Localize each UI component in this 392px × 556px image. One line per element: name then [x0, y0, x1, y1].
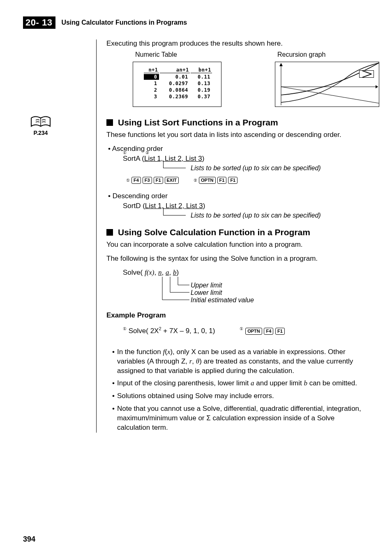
sort-a-keyword: SortA ( [123, 155, 144, 162]
intro-text: Executing this program produces the resu… [106, 39, 369, 48]
section-title: Using Calculator Functions in Programs [61, 19, 187, 26]
table-cell: 2 [144, 87, 159, 93]
table-cell: 0.0297 [160, 81, 190, 86]
graph-legend-marker-icon [359, 70, 374, 78]
calc-key: F1 [275, 328, 285, 335]
calculator-numeric-screen: n+1 an+1 bn+1 0 0.01 0.11 1 0.0297 0.13 [133, 62, 221, 107]
solve-syntax-block: Solve( f(x), n, a, b) Upper limit Lower … [123, 269, 369, 277]
note-item: •Note that you cannot use a Solve, diffe… [108, 404, 369, 433]
sort-list-args: List 1, List 2, List 3 [145, 202, 203, 210]
recursion-graph-label: Recursion graph [277, 51, 379, 58]
calc-key: F4 [131, 177, 141, 184]
table-cell: 0.01 [160, 74, 190, 80]
annotation-text: Lists to be sorted (up to six can be spe… [191, 164, 321, 171]
sort-d-keyword: SortD ( [123, 202, 145, 210]
close-paren: ) [203, 202, 205, 210]
note-text: Solutions obtained using Solve may inclu… [117, 392, 274, 401]
table-cell: 3 [144, 94, 159, 100]
table-cell: 0.19 [191, 87, 212, 93]
heading-text: Using List Sort Functions in a Program [118, 118, 278, 127]
calc-key: OPTN [245, 328, 262, 335]
calc-key: F1 [217, 177, 227, 184]
figures-row: Numeric Table n+1 an+1 bn+1 0 0.01 0.11 … [133, 51, 369, 107]
recursion-graph-figure: Recursion graph [275, 51, 379, 107]
table-header: bn+1 [191, 67, 212, 73]
black-square-icon [106, 229, 113, 236]
annotation-text: Lists to be sorted (up to six can be spe… [191, 212, 321, 219]
open-book-icon [30, 115, 51, 129]
close-paren: ) [202, 155, 205, 162]
upper-limit-label: Upper limit [191, 282, 222, 289]
table-cell: 0.2369 [160, 94, 190, 100]
solve-arg-fx: f(x) [145, 269, 154, 276]
content-column: Executing this program produces the resu… [96, 39, 369, 433]
svg-marker-1 [376, 85, 378, 88]
page-number: 394 [23, 535, 35, 544]
example-key-sequence: ① OPTN F4 F1 [240, 327, 284, 335]
svg-marker-3 [279, 63, 283, 66]
table-cell: 0 [144, 74, 159, 80]
solve-arg-rest: , n, a, b) [154, 269, 179, 276]
note-text: Note that you cannot use a Solve, differ… [117, 404, 369, 433]
black-square-icon [106, 119, 113, 126]
circled-one-icon: ① [240, 327, 243, 331]
note-item: •Input of the closing parenthesis, lower… [108, 379, 369, 388]
example-program-heading: Example Program [106, 311, 369, 320]
sort-a-key-sequence: ① F4 F3 F1 EXIT ② OPTN F1 F1 [126, 177, 369, 184]
example-row: ① Solve( 2X2 + 7X – 9, 1, 0, 1) ① OPTN F… [123, 326, 369, 335]
sort-list-args: List 1, List 2, List 3 [144, 155, 202, 162]
numeric-table-figure: Numeric Table n+1 an+1 bn+1 0 0.01 0.11 … [133, 51, 221, 107]
heading-solve: Using Solve Calculation Function in a Pr… [106, 227, 369, 237]
sortd-syntax: SortD (List 1, List 2, List 3) [123, 202, 369, 210]
calc-key: EXIT [165, 177, 179, 184]
calc-key: F1 [154, 177, 163, 184]
page-header: 20- 13 Using Calculator Functions in Pro… [23, 16, 369, 29]
calculator-graph-screen [275, 62, 379, 107]
lower-limit-label: Lower limit [191, 289, 222, 297]
circled-one-icon: ① [123, 327, 127, 331]
notes-list: •In the function f(x), only X can be use… [106, 348, 369, 433]
sort-annotation: Lists to be sorted (up to six can be spe… [170, 163, 369, 172]
circled-two-icon: ② [145, 151, 149, 155]
table-cell: 1 [144, 81, 159, 86]
sorta-syntax: ① ② SortA (List 1, List 2, List 3) [123, 155, 369, 163]
circled-two-icon: ② [194, 178, 197, 183]
numeric-table-label: Numeric Table [135, 51, 221, 58]
solve-intro-1: You can incorporate a solve calculation … [106, 241, 369, 249]
table-cell: 0.11 [191, 74, 212, 80]
section-number-chip: 20- 13 [23, 16, 55, 29]
calc-key: F3 [143, 177, 152, 184]
sort-annotation: Lists to be sorted (up to six can be spe… [170, 210, 369, 219]
calc-key: OPTN [199, 177, 216, 184]
solve-keyword: Solve( [123, 269, 145, 276]
heading-list-sort: Using List Sort Functions in a Program [106, 118, 369, 127]
calc-key: F1 [228, 177, 238, 184]
circled-one-icon: ① [123, 151, 127, 155]
table-cell: 0.13 [191, 81, 212, 86]
table-cell: 0.0864 [160, 87, 190, 93]
circled-one-icon: ① [126, 178, 130, 183]
initial-value-label: Initial estimated value [191, 297, 254, 304]
descending-bullet: • Descending order [108, 192, 369, 200]
table-cell: 0.37 [191, 94, 212, 100]
note-item: •In the function f(x), only X can be use… [108, 348, 369, 376]
heading-text: Using Solve Calculation Function in a Pr… [118, 227, 310, 237]
crossref-sidebar: P.234 [30, 115, 51, 136]
table-header: an+1 [160, 67, 190, 73]
page-reference: P.234 [30, 130, 51, 136]
calc-key: F4 [264, 328, 273, 335]
solve-intro-2: The following is the syntax for using th… [106, 255, 369, 263]
note-item: •Solutions obtained using Solve may incl… [108, 392, 369, 401]
table-header: n+1 [144, 67, 159, 73]
example-code: ① Solve( 2X2 + 7X – 9, 1, 0, 1) [123, 326, 215, 335]
graph-plot-icon [275, 62, 380, 107]
list-sort-intro: These functions let you sort data in lis… [106, 131, 369, 139]
numeric-data-table: n+1 an+1 bn+1 0 0.01 0.11 1 0.0297 0.13 [143, 66, 213, 100]
